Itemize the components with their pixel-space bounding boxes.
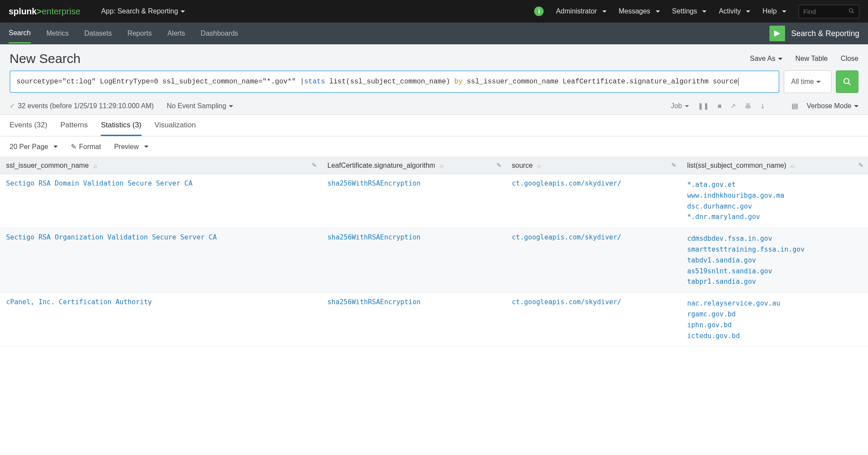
logo[interactable]: splunk>enterprise [9,7,80,17]
nav-tab-alerts[interactable]: Alerts [167,24,185,43]
pencil-icon[interactable] [858,162,864,169]
cell-algo[interactable]: sha256WithRSAEncryption [321,293,506,347]
info-icon[interactable]: i [534,7,544,16]
logo-prefix: splunk [9,7,36,16]
search-row: sourcetype="ct:log" LogEntryType=0 ssl_s… [0,70,868,97]
topbar: splunk>enterprise App: Search & Reportin… [0,0,868,23]
nav-tab-datasets[interactable]: Datasets [84,24,112,43]
search-mode[interactable]: Verbose Mode [807,102,858,110]
svg-point-2 [844,79,849,84]
search-icon [843,77,851,86]
save-as-button[interactable]: Save As [750,55,782,63]
pencil-icon[interactable] [496,162,502,169]
preview-button[interactable]: Preview [114,143,149,151]
tab-statistics[interactable]: Statistics (3) [101,121,142,136]
nav-tab-metrics[interactable]: Metrics [46,24,69,43]
tab-patterns[interactable]: Patterns [60,121,88,136]
query-cmd-by: by [454,76,462,87]
time-picker[interactable]: All time [784,70,832,93]
nav-tab-search[interactable]: Search [9,24,31,43]
nav-tab-dashboards[interactable]: Dashboards [201,24,238,43]
cell-cn-list[interactable]: cdmsdbdev.fssa.in.govsmarttesttraining.f… [681,228,868,293]
query-cmd-stats: stats [304,76,325,87]
col-cn-list[interactable]: list(ssl_subject_common_name) [681,157,868,174]
topbar-right: i Administrator Messages Settings Activi… [534,5,859,18]
cell-issuer[interactable]: cPanel, Inc. Certification Authority [0,293,321,347]
svg-line-3 [848,83,851,85]
events-count: ✓32 events (before 1/25/19 11:29:10.000 … [10,102,154,110]
sort-icon [537,163,541,169]
query-mid: list(ssl_subject_common_name) [325,76,455,87]
cell-algo[interactable]: sha256WithRSAEncryption [321,174,506,228]
nav-tab-reports[interactable]: Reports [127,24,152,43]
cell-issuer[interactable]: Sectigo RSA Domain Validation Secure Ser… [0,174,321,228]
job-menu[interactable]: Job [671,102,689,110]
query-suffix: ssl_issuer_common_name LeafCertificate.s… [462,76,738,87]
menu-administrator[interactable]: Administrator [556,7,606,15]
menu-help[interactable]: Help [762,7,786,15]
navbar: Search Metrics Datasets Reports Alerts D… [0,23,868,44]
tab-events[interactable]: Events (32) [10,121,47,136]
search-input[interactable]: sourcetype="ct:log" LogEntryType=0 ssl_s… [10,70,779,93]
svg-point-0 [849,8,853,12]
format-button[interactable]: Format [71,143,101,151]
menu-settings[interactable]: Settings [672,7,707,15]
app-name-label: Search & Reporting [791,29,859,38]
query-prefix: sourcetype="ct:log" LogEntryType=0 ssl_s… [17,76,304,87]
event-sampling[interactable]: No Event Sampling [167,102,233,110]
new-table-button[interactable]: New Table [795,55,828,63]
page-title: New Search [10,51,80,66]
sort-icon [440,163,443,169]
close-button[interactable]: Close [841,55,858,63]
tab-visualization[interactable]: Visualization [155,121,196,136]
download-icon[interactable]: ⤓ [760,102,766,110]
search-icon [848,8,855,15]
table-row: Sectigo RSA Organization Validation Secu… [0,228,868,293]
col-source[interactable]: source [506,157,681,174]
menu-messages[interactable]: Messages [619,7,660,15]
sort-icon [93,163,97,169]
menu-activity[interactable]: Activity [719,7,750,15]
cell-source[interactable]: ct.googleapis.com/skydiver/ [506,293,681,347]
find-box[interactable] [799,5,859,18]
col-algo[interactable]: LeafCertificate.signature_algorithm [321,157,506,174]
svg-line-1 [852,11,854,13]
search-button[interactable] [836,70,858,93]
cell-algo[interactable]: sha256WithRSAEncryption [321,228,506,293]
share-icon[interactable]: ↗ [730,102,736,110]
cell-source[interactable]: ct.googleapis.com/skydiver/ [506,228,681,293]
logo-gt: > [36,7,42,16]
cell-issuer[interactable]: Sectigo RSA Organization Validation Secu… [0,228,321,293]
result-tabs: Events (32) Patterns Statistics (3) Visu… [0,115,868,136]
status-row: ✓32 events (before 1/25/19 11:29:10.000 … [0,97,868,115]
text-cursor [738,78,739,86]
pencil-icon[interactable] [312,162,317,169]
per-page[interactable]: 20 Per Page [10,143,58,151]
stop-icon[interactable]: ■ [718,102,722,110]
table-row: cPanel, Inc. Certification Authoritysha2… [0,293,868,347]
col-issuer[interactable]: ssl_issuer_common_name [0,157,321,174]
check-icon: ✓ [10,102,15,110]
table-row: Sectigo RSA Domain Validation Secure Ser… [0,174,868,228]
sort-icon [791,163,794,169]
cell-cn-list[interactable]: nac.relayservice.gov.aurgamc.gov.bdiphn.… [681,293,868,347]
cell-source[interactable]: ct.googleapis.com/skydiver/ [506,174,681,228]
find-input[interactable] [803,8,847,15]
table-toolbar: 20 Per Page Format Preview [0,136,868,157]
pencil-icon[interactable] [671,162,677,169]
app-picker[interactable]: App: Search & Reporting [101,7,185,15]
app-icon [769,26,785,41]
search-header: New Search Save As New Table Close [0,44,868,70]
results-table: ssl_issuer_common_name LeafCertificate.s… [0,157,868,347]
pencil-icon [71,143,76,151]
mode-icon: ▤ [792,102,798,110]
pause-icon[interactable]: ❚❚ [698,102,709,110]
logo-suffix: enterprise [42,7,80,16]
cell-cn-list[interactable]: *.ata.gov.etwww.indhkhouribga.gov.madsc.… [681,174,868,228]
print-icon[interactable]: 🖶 [745,102,751,110]
